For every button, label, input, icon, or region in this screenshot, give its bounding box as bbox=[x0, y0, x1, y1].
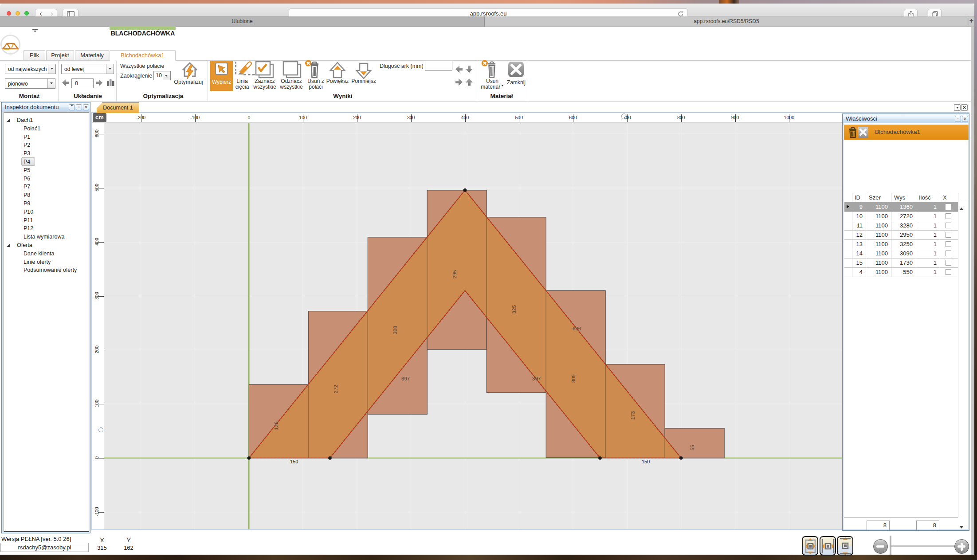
svg-text:397: 397 bbox=[532, 376, 541, 381]
svg-text:636: 636 bbox=[573, 326, 581, 331]
svg-text:173: 173 bbox=[630, 411, 636, 419]
svg-text:295: 295 bbox=[452, 270, 457, 278]
svg-text:325: 325 bbox=[511, 305, 517, 313]
svg-text:55: 55 bbox=[690, 445, 695, 450]
svg-text:150: 150 bbox=[642, 459, 650, 464]
svg-text:136: 136 bbox=[274, 422, 279, 430]
svg-text:397: 397 bbox=[401, 376, 410, 381]
svg-text:328: 328 bbox=[392, 326, 398, 334]
svg-text:272: 272 bbox=[333, 385, 338, 393]
svg-text:150: 150 bbox=[290, 459, 298, 464]
svg-text:309: 309 bbox=[571, 374, 576, 383]
